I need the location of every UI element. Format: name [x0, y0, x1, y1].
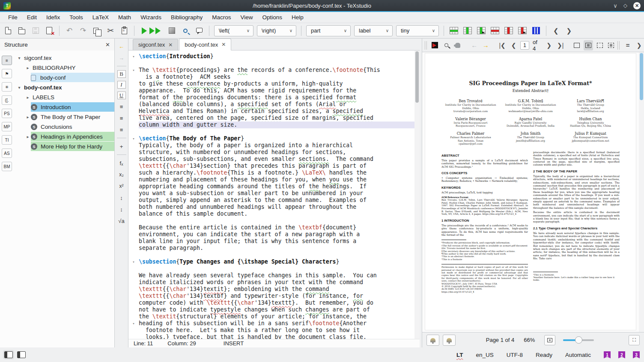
expand-icon[interactable]: ▸ [25, 65, 31, 70]
new-document-button[interactable] [2, 25, 15, 37]
bookmark-2-button[interactable]: 2 [618, 351, 625, 359]
pdf-fullscreen-button[interactable]: ⛶ [629, 335, 640, 345]
dock-beamer-icon[interactable]: BM [2, 162, 12, 171]
pdf-last-page-button[interactable]: ❯| [555, 40, 565, 50]
cut-column-button[interactable] [516, 25, 529, 37]
close-button[interactable]: ✕ [633, 2, 641, 9]
dock-structure-view-icon[interactable]: ≡ [2, 56, 12, 65]
close-document-button[interactable]: ✕ [43, 25, 56, 37]
pdf-forward-button[interactable]: → [481, 40, 491, 50]
menu-latex[interactable]: LaTeX [88, 13, 113, 22]
pdf-magnifier-button[interactable] [441, 40, 451, 50]
collapse-icon[interactable]: ▾ [16, 56, 22, 60]
fit-text-width-button[interactable] [595, 40, 605, 50]
maximize-button[interactable]: ◇ [623, 3, 627, 9]
menu-file[interactable]: File [3, 13, 22, 22]
paste-column-button[interactable] [475, 25, 488, 37]
toggle-sidepanel-button[interactable] [4, 351, 13, 358]
copy-button[interactable] [90, 25, 103, 37]
toolbar-prev-button[interactable]: ❮ [550, 27, 562, 35]
redo-button[interactable]: ↷ [77, 25, 89, 37]
structure-item-headings-in-appendices[interactable]: ▸SHeadings in Appendices [14, 132, 114, 142]
left-delimiter-combo[interactable]: \left(∨ [214, 25, 253, 36]
inline-math-button[interactable]: fₓ [117, 159, 126, 167]
dfrac-button[interactable]: ↕ [117, 205, 126, 214]
languagetool-indicator[interactable]: LT [456, 352, 463, 358]
pdf-page-input[interactable]: 1 [520, 41, 529, 50]
menu-edit[interactable]: Edit [22, 13, 42, 22]
font-size-combo[interactable]: tiny∨ [396, 25, 439, 36]
menu-macros[interactable]: Macros [207, 13, 236, 22]
editor-scrollbar[interactable] [414, 50, 420, 339]
previous-change-button[interactable]: ← [117, 42, 126, 50]
close-tab-icon[interactable]: ✕ [221, 42, 226, 47]
tab-sigconf-tex[interactable]: sigconf.tex✕ [133, 39, 178, 50]
editor-code-area[interactable]: ▾\section{Introduction}▾The \textit{proc… [128, 50, 414, 339]
close-tab-icon[interactable]: ✕ [168, 42, 173, 48]
right-delimiter-combo[interactable]: \right)∨ [257, 25, 296, 36]
subscript-button[interactable]: x₂ [117, 170, 126, 179]
windowed-viewer-button[interactable] [430, 40, 440, 50]
view-pdf-button[interactable] [179, 25, 192, 37]
sqrt-button[interactable]: √a [117, 217, 126, 225]
label-combo[interactable]: label∨ [354, 25, 393, 36]
linebreak-indicator[interactable]: Automatic [565, 352, 591, 358]
minimize-button[interactable]: ∨ [613, 3, 617, 9]
menu-bibliography[interactable]: Bibliography [166, 13, 207, 22]
undo-button[interactable]: ↶ [63, 25, 76, 37]
pdf-menu-button[interactable]: = [623, 40, 633, 50]
log-button[interactable] [193, 25, 206, 37]
fit-page-button[interactable] [584, 40, 593, 50]
underline-button[interactable]: U [117, 92, 126, 99]
structure-item-bibliography[interactable]: ▸BIBLIOGRAPHY [14, 63, 114, 73]
structure-item-introduction[interactable]: SIntroduction [14, 102, 114, 112]
menu-math[interactable]: Math [113, 13, 136, 22]
pdf-prev-page-button[interactable]: ❮ [509, 40, 519, 50]
align-center-button[interactable]: ≡ [117, 114, 126, 122]
dock-metapost-icon[interactable]: MP [2, 122, 12, 131]
structure-item-the-body-of-the-paper[interactable]: ▸SThe Body of The Paper [14, 112, 114, 122]
sectioning-combo[interactable]: part∨ [306, 25, 351, 36]
add-column-button[interactable] [461, 25, 474, 37]
menu-idefix[interactable]: Idefix [42, 13, 65, 22]
build-and-view-button[interactable] [138, 25, 151, 37]
bookmark-1-button[interactable]: 1 [604, 351, 611, 359]
pdf-scroll-hand-button[interactable] [453, 40, 463, 50]
menu-help[interactable]: Help [287, 13, 308, 22]
align-right-button[interactable]: ≡ [117, 125, 126, 134]
toggle-sync-button[interactable] [443, 335, 456, 346]
pdf-zoom-slider[interactable] [563, 339, 594, 341]
close-structure-panel-icon[interactable]: ✕ [105, 42, 110, 48]
cut-button[interactable]: ✂ [104, 25, 117, 37]
paste-button[interactable] [118, 25, 131, 37]
fit-width-button[interactable] [572, 40, 582, 50]
add-row-button[interactable] [447, 25, 460, 37]
menu-view[interactable]: View [236, 13, 257, 22]
fold-marker-icon[interactable]: ▾ [128, 320, 139, 327]
align-left-button[interactable]: ≡ [117, 102, 126, 111]
pdf-scrollbar[interactable] [639, 52, 644, 332]
structure-item-body-conf[interactable]: body-conf [14, 73, 114, 83]
structure-item-conclusions[interactable]: SConclusions [14, 122, 114, 132]
dock-symbols-most-used-icon[interactable]: ✳ [2, 82, 12, 92]
italic-button[interactable]: I [117, 81, 126, 89]
pdf-next-page-button[interactable]: ❯ [544, 40, 554, 50]
toggle-follow-cursor-button[interactable] [426, 335, 439, 346]
insert-linebreak-button[interactable]: + [117, 142, 126, 151]
bookmark-3-button[interactable]: 3 [633, 351, 640, 359]
fold-marker-icon[interactable]: ▾ [128, 53, 139, 60]
dock-asymptote-icon[interactable]: AS [2, 148, 12, 158]
tab-body-conf-tex[interactable]: body-conf.tex✕ [179, 39, 231, 50]
menu-options[interactable]: Options [257, 13, 287, 22]
pdf-first-page-button[interactable]: |❮ [498, 40, 507, 50]
bold-button[interactable]: B [117, 70, 126, 78]
align-columns-button[interactable] [530, 25, 543, 37]
language-indicator[interactable]: en_US [476, 352, 493, 358]
remove-column-button[interactable] [502, 25, 515, 37]
structure-item-sigconf-tex[interactable]: ▾sigconf.tex [14, 53, 114, 63]
encoding-indicator[interactable]: UTF-8 [507, 352, 523, 358]
pdf-expand-toolbar-button[interactable]: ❯ [634, 40, 644, 50]
fold-marker-icon[interactable]: ▾ [128, 258, 139, 265]
structure-item-labels[interactable]: ▸LABELS [14, 92, 114, 102]
toggle-bottompanel-button[interactable] [17, 351, 26, 358]
